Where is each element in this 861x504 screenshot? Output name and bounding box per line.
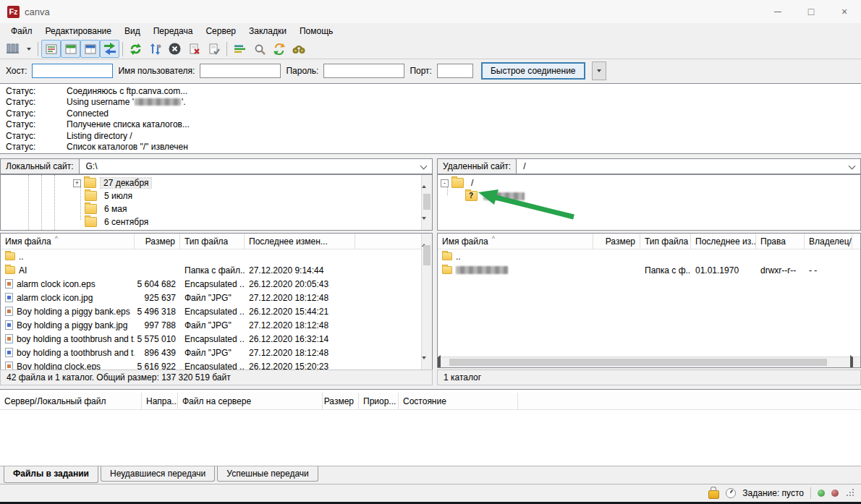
tree-item[interactable]: - /	[441, 176, 476, 189]
menu-item[interactable]: Закладки	[242, 24, 293, 38]
queue-tab[interactable]: Успешные передачи	[217, 466, 318, 482]
port-input[interactable]	[437, 64, 473, 78]
queue-tab[interactable]: Файлы в задании	[4, 466, 98, 483]
local-list-scrollbar[interactable]	[421, 234, 432, 370]
file-name-cell: ..	[438, 249, 593, 263]
reconnect-button[interactable]	[204, 40, 224, 58]
column-header-size[interactable]: Размер	[593, 234, 640, 249]
menu-item[interactable]: Передача	[147, 24, 200, 38]
log-prefix: Статус:	[6, 142, 67, 153]
password-input[interactable]	[323, 64, 404, 78]
scroll-left-button[interactable]	[438, 357, 448, 367]
disconnect-button[interactable]	[184, 40, 204, 58]
toggle-remote-tree-button[interactable]	[80, 40, 100, 58]
scroll-up-button[interactable]	[422, 234, 432, 244]
toolbar-separator	[38, 42, 38, 56]
collapse-icon[interactable]: -	[441, 179, 449, 187]
column-header-remote-file[interactable]: Файл на сервере	[178, 393, 323, 409]
tree-item[interactable]: + 27 декабря	[73, 176, 151, 189]
speed-limit-icon[interactable]	[726, 488, 736, 498]
scroll-down-button[interactable]	[422, 220, 432, 230]
column-header-modified[interactable]: Последнее из...	[691, 234, 756, 249]
file-row[interactable]: Boy holding clock.eps 5 616 922 Encapsul…	[1, 359, 432, 370]
file-row[interactable]: Папка с ф... 01.01.1970 drwxr--r-- - -	[438, 263, 860, 277]
column-header-status[interactable]: Состояние	[399, 393, 518, 409]
minimize-button[interactable]: ─	[761, 0, 794, 23]
scrollbar-thumb[interactable]	[423, 245, 430, 265]
refresh-button[interactable]	[126, 40, 145, 58]
toggle-transfer-queue-button[interactable]	[100, 40, 119, 58]
close-button[interactable]: ×	[828, 0, 861, 23]
column-header-type[interactable]: Тип файла	[640, 234, 691, 249]
quickconnect-button[interactable]: Быстрое соединение	[481, 62, 585, 80]
column-header-direction[interactable]: Напра...	[142, 393, 178, 409]
file-row[interactable]: ..	[438, 249, 860, 263]
scroll-right-button[interactable]	[850, 357, 860, 367]
host-input[interactable]	[32, 64, 113, 78]
cancel-button[interactable]	[165, 40, 184, 58]
scrollbar-thumb[interactable]	[423, 194, 430, 210]
site-manager-dropdown[interactable]	[22, 40, 35, 58]
synchronized-browsing-button[interactable]	[269, 40, 289, 58]
toggle-local-tree-button[interactable]	[61, 40, 80, 58]
file-type-icon	[5, 334, 13, 343]
menu-item[interactable]: Вид	[118, 24, 147, 38]
tree-item[interactable]: ?	[465, 189, 525, 202]
expand-icon[interactable]: +	[73, 179, 81, 187]
tree-item[interactable]: 6 мая	[85, 202, 130, 215]
tree-item[interactable]: 6 сентября	[85, 215, 151, 228]
quickconnect-dropdown[interactable]	[592, 61, 606, 80]
file-row[interactable]: AI Папка с файл... 27.12.2020 9:14:44	[1, 263, 432, 277]
lock-icon[interactable]	[708, 490, 719, 499]
local-tree-scrollbar[interactable]	[421, 175, 432, 230]
scroll-up-button[interactable]	[422, 175, 432, 185]
menu-item[interactable]: Файл	[4, 24, 39, 38]
file-row[interactable]: Boy holding a piggy bank.eps 5 496 318 E…	[1, 304, 432, 318]
remote-list-horizontal-scrollbar[interactable]	[438, 356, 860, 367]
local-site-combobox[interactable]: G:\	[80, 158, 433, 174]
column-header-server-local-file[interactable]: Сервер/Локальный файл	[0, 393, 142, 409]
find-files-button[interactable]	[289, 40, 308, 58]
file-owner: - -	[805, 263, 852, 277]
resize-grip[interactable]	[845, 489, 854, 497]
file-row[interactable]: boy holding a toothbrush and t... 896 43…	[1, 346, 432, 359]
tree-item[interactable]: 5 июля	[85, 189, 135, 202]
menu-item[interactable]: Сервер	[199, 24, 242, 38]
site-manager-button[interactable]	[3, 40, 22, 58]
directory-comparison-button[interactable]	[230, 40, 250, 58]
column-header-name[interactable]: Имя файла^	[438, 234, 593, 249]
file-modified: 26.12.2020 15:20:23	[245, 359, 355, 370]
column-header-name[interactable]: Имя файла^	[1, 234, 135, 249]
remote-site-combobox[interactable]: /	[517, 158, 861, 174]
queue-tab[interactable]: Неудавшиеся передачи	[101, 466, 215, 482]
transfer-queue-icon	[103, 43, 116, 55]
file-row[interactable]: alarm clock icon.eps 5 604 682 Encapsula…	[1, 277, 432, 291]
toggle-message-log-button[interactable]	[41, 40, 61, 58]
column-header-size[interactable]: Размер	[135, 234, 180, 249]
column-header-permissions[interactable]: Права	[756, 234, 805, 249]
scroll-down-button[interactable]	[422, 359, 432, 370]
local-status-bar: 42 файла и 1 каталог. Общий размер: 137 …	[0, 370, 433, 385]
menu-item[interactable]: Редактирование	[39, 24, 118, 38]
column-header-owner[interactable]: Владелец/...	[805, 234, 852, 249]
file-type: Encapsulated ...	[180, 359, 245, 370]
username-input[interactable]	[200, 64, 281, 78]
filename-search-button[interactable]	[250, 40, 269, 58]
file-name: alarm clock icon.jpg	[17, 293, 93, 303]
menu-item[interactable]: Помощь	[293, 24, 339, 38]
process-queue-button[interactable]	[145, 40, 165, 58]
file-row[interactable]: Boy holding a piggy bank.jpg 997 788 Фай…	[1, 318, 432, 332]
log-row: Статус:Listing directory /	[6, 131, 861, 142]
file-row[interactable]: alarm clock icon.jpg 925 637 Файл "JPG" …	[1, 291, 432, 304]
column-header-type[interactable]: Тип файла	[180, 234, 245, 249]
scrollbar-thumb[interactable]	[449, 359, 827, 366]
file-type-icon	[5, 279, 13, 289]
column-header-modified[interactable]: Последнее измен...	[245, 234, 355, 249]
maximize-button[interactable]: □	[794, 0, 828, 23]
column-header-size[interactable]: Размер	[323, 393, 359, 409]
toolbar	[0, 39, 861, 59]
file-row[interactable]: ..	[1, 249, 432, 263]
column-header-priority[interactable]: Приор...	[359, 393, 399, 409]
file-modified: 27.12.2020 18:12:48	[245, 346, 355, 359]
file-row[interactable]: boy holding a toothbrush and t... 5 575 …	[1, 332, 432, 346]
